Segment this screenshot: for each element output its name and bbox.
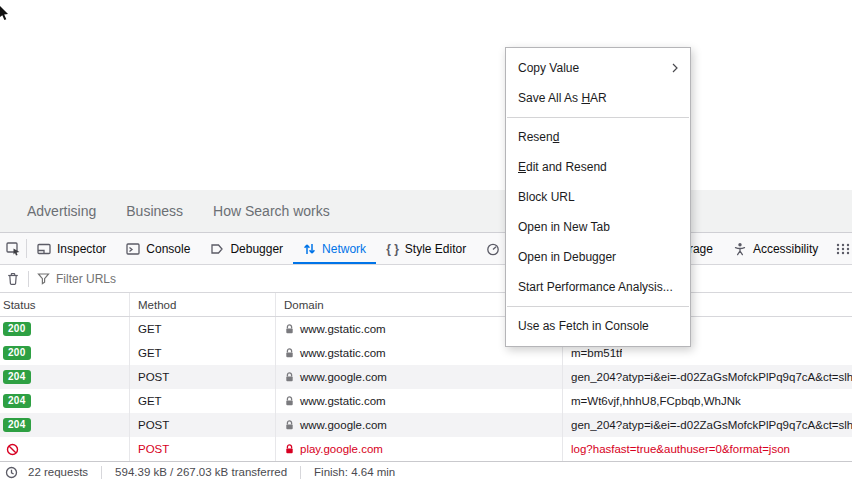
menu-item-resend[interactable]: Resend <box>506 122 690 152</box>
status-badge: 200 <box>3 346 31 360</box>
menu-item-start-performance-analysis[interactable]: Start Performance Analysis... <box>506 272 690 302</box>
filter-urls-field[interactable] <box>37 272 176 286</box>
pick-element-icon <box>6 241 21 256</box>
submenu-arrow-icon <box>672 63 678 73</box>
domain-cell: www.google.com <box>300 419 387 431</box>
statusbar-separator <box>300 466 301 479</box>
request-table-header: Status Method Domain <box>0 293 852 317</box>
tab-accessibility[interactable]: Accessibility <box>723 233 828 264</box>
request-row[interactable]: 204 POST www.google.com gen_204?atyp=i&e… <box>0 413 852 437</box>
console-icon <box>126 242 140 256</box>
tab-console[interactable]: Console <box>116 233 200 264</box>
page-background <box>0 0 852 190</box>
lock-icon <box>284 443 295 455</box>
tab-inspector[interactable]: Inspector <box>27 233 116 264</box>
request-row[interactable]: 200 GET www.gstatic.com <box>0 317 852 341</box>
network-context-menu: Copy Value Save All As HAR Resend Edit a… <box>505 47 691 347</box>
tab-label: Inspector <box>57 242 106 256</box>
menu-item-edit-and-resend[interactable]: Edit and Resend <box>506 152 690 182</box>
lock-icon <box>284 395 295 407</box>
tab-debugger[interactable]: Debugger <box>200 233 293 264</box>
file-cell: gen_204?atyp=i&ei=-d02ZaGsMofckPlPq9q7cA… <box>571 371 852 383</box>
tab-label: Style Editor <box>405 242 466 256</box>
funnel-icon <box>37 272 50 285</box>
tab-network[interactable]: Network <box>293 233 376 264</box>
status-badge: 204 <box>3 394 31 408</box>
firefox-devtools-screen: Advertising Business How Search works In… <box>0 0 852 482</box>
domain-cell: www.gstatic.com <box>300 323 386 335</box>
accessibility-icon <box>733 242 747 256</box>
performance-icon <box>486 242 500 256</box>
cursor-icon <box>0 5 14 22</box>
tab-label: Accessibility <box>753 242 818 256</box>
filter-urls-input[interactable] <box>56 272 176 286</box>
network-status-bar: 22 requests 594.39 kB / 267.03 kB transf… <box>0 461 852 482</box>
request-row-blocked[interactable]: POST play.google.com log?hasfast=true&au… <box>0 437 852 461</box>
devtools-panel: Inspector Console Debugger Network { } S… <box>0 232 852 482</box>
request-row[interactable]: 204 POST www.google.com gen_204?atyp=i&e… <box>0 365 852 389</box>
request-row[interactable]: 204 GET www.gstatic.com m=Wt6vjf,hhhU8,F… <box>0 389 852 413</box>
inspector-icon <box>37 242 51 256</box>
filterbar-separator <box>28 271 29 287</box>
clear-requests-button[interactable] <box>6 271 20 286</box>
tab-style-editor[interactable]: { } Style Editor <box>376 233 476 264</box>
google-footer: Advertising Business How Search works <box>0 190 852 232</box>
footer-link-advertising[interactable]: Advertising <box>27 203 96 219</box>
domain-cell: www.gstatic.com <box>300 395 386 407</box>
menu-separator <box>507 117 689 118</box>
grid-dots-icon[interactable] <box>834 242 852 256</box>
lock-icon <box>284 419 295 431</box>
menu-separator <box>507 306 689 307</box>
file-cell: m=bm51tf <box>571 347 622 359</box>
tab-label: Debugger <box>230 242 283 256</box>
menu-item-label: Copy Value <box>518 61 579 75</box>
menu-item-label: Open in New Tab <box>518 220 610 234</box>
tab-label: Network <box>322 242 366 256</box>
domain-cell: play.google.com <box>300 443 383 455</box>
timing-clock-icon[interactable] <box>5 466 18 479</box>
menu-item-save-all-as-har[interactable]: Save All As HAR <box>506 83 690 113</box>
network-icon <box>303 242 316 256</box>
domain-cell: www.google.com <box>300 371 387 383</box>
menu-item-open-in-new-tab[interactable]: Open in New Tab <box>506 212 690 242</box>
requests-count: 22 requests <box>24 466 92 478</box>
method-cell: POST <box>130 413 276 437</box>
menu-item-label: Start Performance Analysis... <box>518 280 673 294</box>
menu-item-label: Block URL <box>518 190 575 204</box>
method-cell: GET <box>130 389 276 413</box>
blocked-icon <box>6 443 19 456</box>
menu-item-use-as-fetch-in-console[interactable]: Use as Fetch in Console <box>506 311 690 341</box>
menu-item-label: Resend <box>518 130 559 144</box>
menu-item-label: Save All As HAR <box>518 91 607 105</box>
method-cell: GET <box>130 317 276 341</box>
request-row[interactable]: 200 GET www.gstatic.com m=bm51tf <box>0 341 852 365</box>
tab-label: Console <box>146 242 190 256</box>
pick-element-button[interactable] <box>0 233 26 264</box>
footer-link-business[interactable]: Business <box>126 203 183 219</box>
menu-item-copy-value[interactable]: Copy Value <box>506 53 690 83</box>
lock-icon <box>284 347 295 359</box>
method-cell: POST <box>130 437 276 461</box>
debugger-icon <box>210 242 224 256</box>
file-cell: log?hasfast=true&authuser=0&format=json <box>571 443 790 455</box>
status-badge: 204 <box>3 370 31 384</box>
method-cell: GET <box>130 341 276 365</box>
menu-item-label: Use as Fetch in Console <box>518 319 649 333</box>
menu-item-block-url[interactable]: Block URL <box>506 182 690 212</box>
menu-item-open-in-debugger[interactable]: Open in Debugger <box>506 242 690 272</box>
status-badge: 200 <box>3 322 31 336</box>
finish-time: Finish: 4.64 min <box>310 466 399 478</box>
file-cell: gen_204?atyp=i&ei=-d02ZaGsMofckPlPq9q7cA… <box>571 419 852 431</box>
footer-link-how-search-works[interactable]: How Search works <box>213 203 330 219</box>
status-badge: 204 <box>3 418 31 432</box>
lock-icon <box>284 371 295 383</box>
menu-item-label: Open in Debugger <box>518 250 616 264</box>
column-header-status[interactable]: Status <box>0 293 130 316</box>
devtools-toolbar: Inspector Console Debugger Network { } S… <box>0 233 852 265</box>
method-cell: POST <box>130 365 276 389</box>
column-header-method[interactable]: Method <box>130 293 276 316</box>
lock-icon <box>284 323 295 335</box>
transferred-size: 594.39 kB / 267.03 kB transferred <box>111 466 291 478</box>
statusbar-separator <box>101 466 102 479</box>
file-cell: m=Wt6vjf,hhhU8,FCpbqb,WhJNk <box>571 395 741 407</box>
